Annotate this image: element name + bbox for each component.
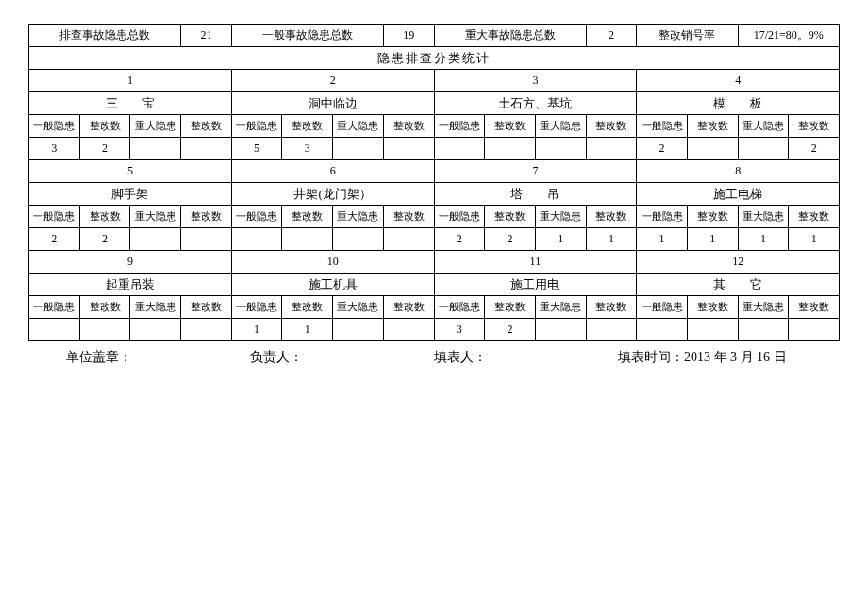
- subheader-general: 一般隐患: [231, 115, 282, 138]
- value-cell: 1: [535, 228, 586, 251]
- subheader-major: 重大隐患: [333, 296, 384, 319]
- value-cell: [535, 138, 586, 160]
- group-number: 5: [29, 160, 232, 183]
- subheader-rect2: 整改数: [789, 296, 840, 319]
- value-cell: 2: [434, 228, 485, 251]
- value-cell: 1: [637, 228, 688, 251]
- value-cell: [181, 228, 232, 251]
- footer-row: 单位盖章： 负责人： 填表人： 填表时间：2013 年 3 月 16 日: [28, 349, 840, 366]
- value-cell: [333, 138, 384, 160]
- value-cell: [333, 228, 384, 251]
- category-name: 施工电梯: [637, 183, 840, 206]
- value-cell: 3: [282, 138, 333, 160]
- group-number: 1: [29, 70, 232, 92]
- group-number: 12: [637, 251, 840, 274]
- category-name: 土石方、基坑: [434, 92, 637, 115]
- value-cell: [79, 319, 130, 341]
- value-cell: 2: [79, 138, 130, 160]
- value-cell: [383, 138, 434, 160]
- subheader-rect: 整改数: [485, 115, 536, 138]
- subheader-major: 重大隐患: [535, 296, 586, 319]
- stats-header-cell: 隐患排查分类统计: [29, 47, 840, 70]
- subheader-rect: 整改数: [79, 206, 130, 228]
- investigated-label: 排查事故隐患总数: [29, 25, 181, 47]
- value-cell: [535, 319, 586, 341]
- footer-time-value: 2013 年 3 月 16 日: [684, 350, 787, 364]
- value-cell: 1: [586, 228, 637, 251]
- subheader-general: 一般隐患: [434, 206, 485, 228]
- subheader-rect: 整改数: [79, 115, 130, 138]
- value-cell: 1: [738, 228, 789, 251]
- subheader-major: 重大隐患: [333, 206, 384, 228]
- subheader-row-1: 一般隐患 整改数 重大隐患 整改数 一般隐患 整改数 重大隐患 整改数 一般隐患…: [29, 115, 840, 138]
- values-row-1: 3 2 5 3 2 2: [29, 138, 840, 160]
- value-cell: [29, 319, 80, 341]
- values-row-3: 1 1 3 2: [29, 319, 840, 341]
- rate-label: 整改销号率: [637, 25, 738, 47]
- value-cell: [586, 138, 637, 160]
- subheader-rect2: 整改数: [586, 206, 637, 228]
- value-cell: [383, 228, 434, 251]
- value-cell: [637, 319, 688, 341]
- major-value: 2: [586, 25, 637, 47]
- value-cell: 3: [29, 138, 80, 160]
- group-number: 2: [231, 70, 434, 92]
- subheader-general: 一般隐患: [231, 206, 282, 228]
- category-name: 三 宝: [29, 92, 232, 115]
- subheader-row-3: 一般隐患 整改数 重大隐患 整改数 一般隐患 整改数 重大隐患 整改数 一般隐患…: [29, 296, 840, 319]
- summary-row: 排查事故隐患总数 21 一般事故隐患总数 19 重大事故隐患总数 2 整改销号率…: [29, 25, 840, 47]
- value-cell: 2: [637, 138, 688, 160]
- subheader-rect: 整改数: [687, 206, 738, 228]
- subheader-major: 重大隐患: [535, 206, 586, 228]
- value-cell: 1: [789, 228, 840, 251]
- subheader-general: 一般隐患: [29, 296, 80, 319]
- value-cell: 1: [231, 319, 282, 341]
- value-cell: [789, 319, 840, 341]
- subheader-rect2: 整改数: [181, 296, 232, 319]
- group-number: 4: [637, 70, 840, 92]
- value-cell: [181, 319, 232, 341]
- value-cell: [738, 319, 789, 341]
- subheader-major: 重大隐患: [130, 206, 181, 228]
- category-name: 模 板: [637, 92, 840, 115]
- value-cell: 2: [485, 319, 536, 341]
- subheader-general: 一般隐患: [231, 296, 282, 319]
- footer-time-label: 填表时间：: [618, 350, 684, 364]
- value-cell: 1: [282, 319, 333, 341]
- subheader-rect: 整改数: [485, 206, 536, 228]
- subheader-major: 重大隐患: [738, 206, 789, 228]
- category-name: 洞中临边: [231, 92, 434, 115]
- group-number-row-1: 1 2 3 4: [29, 70, 840, 92]
- subheader-general: 一般隐患: [637, 115, 688, 138]
- value-cell: [383, 319, 434, 341]
- value-cell: [231, 228, 282, 251]
- hazard-statistics-table: 排查事故隐患总数 21 一般事故隐患总数 19 重大事故隐患总数 2 整改销号率…: [28, 24, 840, 341]
- subheader-rect2: 整改数: [586, 296, 637, 319]
- subheader-rect: 整改数: [282, 296, 333, 319]
- category-name: 其 它: [637, 274, 840, 296]
- category-name-row-2: 脚手架 井架(龙门架） 塔 吊 施工电梯: [29, 183, 840, 206]
- category-name: 井架(龙门架）: [231, 183, 434, 206]
- value-cell: [687, 138, 738, 160]
- subheader-rect2: 整改数: [181, 115, 232, 138]
- value-cell: [485, 138, 536, 160]
- subheader-major: 重大隐患: [333, 115, 384, 138]
- category-name: 施工用电: [434, 274, 637, 296]
- value-cell: 2: [485, 228, 536, 251]
- subheader-row-2: 一般隐患 整改数 重大隐患 整改数 一般隐患 整改数 重大隐患 整改数 一般隐患…: [29, 206, 840, 228]
- subheader-general: 一般隐患: [434, 115, 485, 138]
- footer-filler: 填表人：: [434, 349, 618, 366]
- subheader-general: 一般隐患: [434, 296, 485, 319]
- subheader-major: 重大隐患: [738, 115, 789, 138]
- value-cell: [586, 319, 637, 341]
- subheader-rect: 整改数: [79, 296, 130, 319]
- value-cell: 5: [231, 138, 282, 160]
- stats-header-row: 隐患排查分类统计: [29, 47, 840, 70]
- subheader-rect2: 整改数: [383, 296, 434, 319]
- general-value: 19: [383, 25, 434, 47]
- group-number: 7: [434, 160, 637, 183]
- category-name: 塔 吊: [434, 183, 637, 206]
- subheader-major: 重大隐患: [130, 115, 181, 138]
- category-name: 起重吊装: [29, 274, 232, 296]
- subheader-major: 重大隐患: [130, 296, 181, 319]
